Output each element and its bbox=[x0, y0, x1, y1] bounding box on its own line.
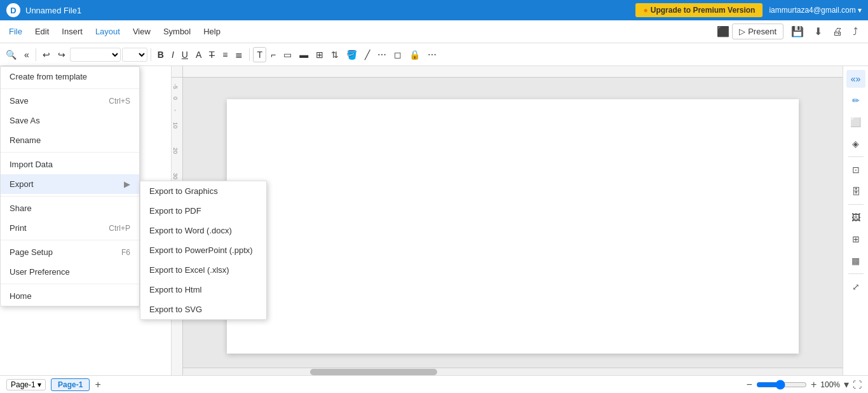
save-icon[interactable]: 💾 bbox=[789, 24, 806, 39]
print-icon[interactable]: 🖨 bbox=[830, 25, 845, 39]
menu-user-preference[interactable]: User Preference bbox=[1, 262, 139, 282]
download-icon[interactable]: ⬇ bbox=[811, 24, 825, 39]
strikethrough-btn[interactable]: T̶ bbox=[206, 48, 218, 62]
menu-print[interactable]: Print Ctrl+P bbox=[1, 218, 139, 238]
right-collapse-btn[interactable]: «» bbox=[846, 70, 865, 88]
export-graphics[interactable]: Export to Graphics bbox=[140, 181, 266, 201]
title-left: D Unnamed File1 bbox=[6, 3, 81, 17]
menu-create-template[interactable]: Create from template bbox=[1, 67, 139, 86]
canvas-inner[interactable] bbox=[183, 78, 843, 375]
toolbar: 🔍 « ↩ ↪ B I U A T̶ ≡ ≣ T ⌐ ▭ ▬ ⊞ ⇅ 🪣 ╱ ⋯… bbox=[0, 43, 868, 66]
font-color-btn[interactable]: A bbox=[193, 48, 205, 62]
menu-share[interactable]: Share bbox=[1, 198, 139, 218]
user-email: iammurtaza4@gmail.com ▾ bbox=[769, 6, 862, 15]
h-scrollbar-thumb[interactable] bbox=[310, 369, 437, 375]
search-btn[interactable]: 🔍 bbox=[3, 48, 20, 62]
collapse-btn[interactable]: « bbox=[21, 48, 32, 62]
menu-export[interactable]: Export ▶ bbox=[1, 174, 139, 194]
menu-rename[interactable]: Rename bbox=[1, 130, 139, 150]
italic-btn[interactable]: I bbox=[168, 48, 177, 62]
right-divider-2 bbox=[848, 204, 864, 205]
align-para-btn[interactable]: ≣ bbox=[232, 48, 246, 62]
title-bar: D Unnamed File1 Upgrade to Premium Versi… bbox=[0, 0, 868, 20]
divider-2 bbox=[1, 152, 139, 153]
menu-save[interactable]: Save Ctrl+S bbox=[1, 91, 139, 111]
undo-btn[interactable]: ↩ bbox=[39, 48, 53, 62]
canvas-area[interactable]: 20 40 60 80 100 120 140 160 180 200 220 … bbox=[172, 66, 843, 375]
page-dropdown-btn[interactable]: Page-1 ▾ bbox=[6, 379, 46, 390]
main-layout: Create from template Save Ctrl+S Save As… bbox=[0, 66, 868, 375]
menu-save-as[interactable]: Save As bbox=[1, 111, 139, 130]
redo-btn[interactable]: ↪ bbox=[55, 48, 69, 62]
align-left-btn[interactable]: ≡ bbox=[219, 48, 231, 62]
canvas-page[interactable] bbox=[227, 99, 799, 354]
export-word[interactable]: Export to Word (.docx) bbox=[140, 221, 266, 240]
menu-import-data[interactable]: Import Data bbox=[1, 155, 139, 174]
right-image-btn[interactable]: ⬜ bbox=[846, 113, 865, 131]
export-svg[interactable]: Export to SVG bbox=[140, 300, 266, 319]
menu-edit[interactable]: Edit bbox=[29, 24, 55, 39]
right-photo-btn[interactable]: 🖼 bbox=[846, 209, 865, 226]
shape-rect2-btn[interactable]: ▬ bbox=[296, 48, 311, 62]
right-panel: «» ✏ ⬜ ◈ ⊡ 🗄 🖼 ⊞ ▦ ⤢ bbox=[843, 66, 868, 375]
right-layers-btn[interactable]: ◈ bbox=[846, 135, 865, 153]
zoom-out-btn[interactable]: − bbox=[747, 379, 752, 390]
zoom-controls: − + 100% ▾ ⛶ bbox=[747, 378, 862, 390]
right-table-btn[interactable]: ▦ bbox=[846, 252, 865, 270]
menu-bar: File Edit Insert Layout View Symbol Help… bbox=[0, 20, 868, 43]
export-arrow-icon: ▶ bbox=[124, 179, 130, 189]
add-page-btn[interactable]: + bbox=[95, 379, 100, 390]
export-excel[interactable]: Export to Excel (.xlsx) bbox=[140, 260, 266, 280]
menu-insert[interactable]: Insert bbox=[55, 24, 89, 39]
more-btn[interactable]: ⋯ bbox=[424, 48, 440, 62]
present-button[interactable]: ▷ Present bbox=[732, 24, 783, 39]
right-expand-btn[interactable]: ⤢ bbox=[846, 278, 865, 296]
zoom-level: 100% bbox=[820, 380, 840, 389]
right-db-btn[interactable]: 🗄 bbox=[846, 183, 865, 200]
zoom-dropdown-btn[interactable]: ▾ bbox=[844, 378, 849, 390]
menu-layout[interactable]: Layout bbox=[89, 24, 126, 39]
shape2-btn[interactable]: ◻ bbox=[391, 48, 405, 62]
right-annotate-btn[interactable]: ✏ bbox=[846, 92, 865, 109]
h-scrollbar[interactable] bbox=[183, 368, 843, 375]
title-name: Unnamed File1 bbox=[25, 6, 81, 15]
menu-view[interactable]: View bbox=[126, 24, 157, 39]
right-divider-1 bbox=[848, 156, 864, 157]
font-family-select[interactable] bbox=[70, 48, 121, 62]
upgrade-button[interactable]: Upgrade to Premium Version bbox=[635, 3, 763, 17]
divider-5 bbox=[1, 284, 139, 284]
right-chart-btn[interactable]: ⊞ bbox=[846, 230, 865, 248]
present-play-icon: ▷ bbox=[739, 27, 745, 36]
underline-btn[interactable]: U bbox=[179, 48, 191, 62]
menu-symbol[interactable]: Symbol bbox=[157, 24, 197, 39]
shape-rect-btn[interactable]: ▭ bbox=[280, 48, 295, 62]
fullscreen-btn[interactable]: ⛶ bbox=[853, 380, 862, 390]
divider-4 bbox=[1, 240, 139, 240]
zoom-in-btn[interactable]: + bbox=[811, 379, 817, 390]
connector-btn[interactable]: ⌐ bbox=[268, 48, 279, 62]
title-right: Upgrade to Premium Version iammurtaza4@g… bbox=[635, 3, 862, 17]
zoom-slider[interactable] bbox=[756, 380, 807, 390]
right-divider-3 bbox=[848, 273, 864, 274]
lock-btn[interactable]: 🔒 bbox=[406, 48, 423, 62]
menu-home[interactable]: Home bbox=[1, 286, 139, 306]
line-btn[interactable]: ╱ bbox=[362, 48, 373, 62]
share-icon[interactable]: ⤴ bbox=[850, 25, 860, 39]
active-page-tab[interactable]: Page-1 bbox=[51, 378, 90, 391]
menu-page-setup[interactable]: Page Setup F6 bbox=[1, 242, 139, 262]
fill-btn[interactable]: 🪣 bbox=[343, 48, 360, 62]
menu-file[interactable]: File bbox=[3, 24, 29, 39]
export-ppt[interactable]: Export to PowerPoint (.pptx) bbox=[140, 240, 266, 260]
font-size-select[interactable] bbox=[122, 48, 147, 62]
menu-help[interactable]: Help bbox=[197, 24, 227, 39]
export-pdf[interactable]: Export to PDF bbox=[140, 201, 266, 221]
bold-btn[interactable]: B bbox=[154, 48, 167, 62]
divider-1 bbox=[1, 88, 139, 89]
align-btn[interactable]: ⊞ bbox=[313, 48, 327, 62]
export-html[interactable]: Export to Html bbox=[140, 280, 266, 300]
text-btn[interactable]: T bbox=[253, 47, 266, 62]
right-frame-btn[interactable]: ⊡ bbox=[846, 161, 865, 179]
arrange-btn[interactable]: ⇅ bbox=[328, 48, 342, 62]
screen-icon[interactable]: ⬛ bbox=[714, 24, 732, 39]
border-btn[interactable]: ⋯ bbox=[374, 48, 390, 62]
